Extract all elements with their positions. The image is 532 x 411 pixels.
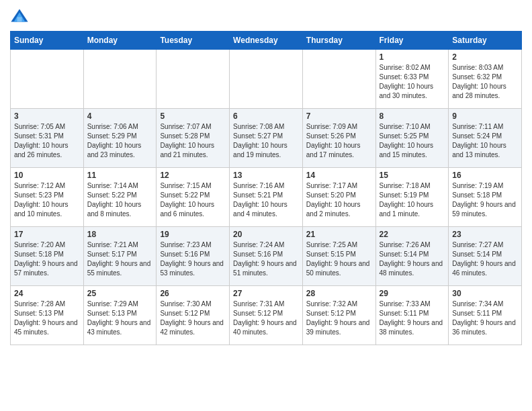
day-info: Daylight: 9 hours and 39 minutes. — [306, 318, 372, 337]
day-info: Sunset: 5:22 PM — [160, 191, 226, 200]
day-info: Sunset: 5:12 PM — [306, 309, 372, 318]
calendar-week-row: 17Sunrise: 7:20 AMSunset: 5:18 PMDayligh… — [11, 227, 522, 286]
day-info: Sunrise: 7:24 AM — [233, 240, 299, 250]
day-info: Sunrise: 7:16 AM — [233, 181, 299, 191]
calendar-week-row: 1Sunrise: 8:02 AMSunset: 6:33 PMDaylight… — [11, 50, 522, 109]
logo — [10, 7, 32, 26]
page-container: SundayMondayTuesdayWednesdayThursdayFrid… — [0, 0, 532, 352]
day-number: 12 — [160, 171, 226, 180]
calendar-cell: 16Sunrise: 7:19 AMSunset: 5:18 PMDayligh… — [449, 168, 522, 227]
day-info: Sunset: 6:33 PM — [380, 73, 445, 82]
day-info: Sunset: 5:11 PM — [452, 309, 518, 318]
day-info: Daylight: 9 hours and 38 minutes. — [380, 318, 445, 337]
day-info: Sunset: 5:13 PM — [87, 309, 153, 318]
day-info: Daylight: 10 hours and 17 minutes. — [306, 141, 372, 160]
day-info: Daylight: 9 hours and 55 minutes. — [87, 259, 153, 278]
day-info: Sunrise: 7:18 AM — [380, 181, 445, 191]
day-info: Sunrise: 7:07 AM — [160, 122, 226, 132]
day-info: Sunset: 5:13 PM — [14, 309, 80, 318]
calendar-cell: 15Sunrise: 7:18 AMSunset: 5:19 PMDayligh… — [375, 168, 449, 227]
day-number: 24 — [14, 289, 80, 298]
day-number: 4 — [87, 111, 153, 121]
day-info: Sunset: 5:31 PM — [14, 132, 80, 141]
day-info: Sunset: 5:16 PM — [160, 250, 226, 259]
day-info: Daylight: 9 hours and 45 minutes. — [14, 318, 80, 337]
day-info: Sunrise: 7:21 AM — [87, 240, 153, 250]
day-number: 22 — [380, 230, 445, 239]
day-info: Sunrise: 7:31 AM — [233, 300, 299, 309]
day-number: 7 — [306, 111, 372, 121]
page-header — [10, 7, 522, 26]
day-number: 26 — [160, 289, 226, 298]
day-info: Daylight: 10 hours and 15 minutes. — [380, 141, 445, 160]
day-number: 17 — [14, 230, 80, 239]
day-info: Sunrise: 7:15 AM — [160, 181, 226, 191]
day-info: Daylight: 10 hours and 23 minutes. — [87, 141, 153, 160]
day-number: 8 — [380, 111, 445, 121]
day-info: Sunrise: 7:12 AM — [14, 181, 80, 191]
day-info: Daylight: 9 hours and 59 minutes. — [452, 200, 518, 219]
day-number: 13 — [233, 171, 299, 180]
day-info: Sunrise: 7:10 AM — [380, 122, 445, 132]
day-number: 19 — [160, 230, 226, 239]
day-number: 18 — [87, 230, 153, 239]
day-number: 1 — [380, 52, 445, 62]
col-header-friday: Friday — [375, 32, 449, 50]
day-number: 25 — [87, 289, 153, 298]
day-info: Daylight: 9 hours and 42 minutes. — [160, 318, 226, 337]
day-info: Sunrise: 7:08 AM — [233, 122, 299, 132]
day-info: Sunset: 5:24 PM — [452, 132, 518, 141]
day-info: Daylight: 10 hours and 1 minute. — [380, 200, 445, 219]
calendar-cell — [83, 50, 157, 109]
day-info: Daylight: 9 hours and 53 minutes. — [160, 259, 226, 278]
day-info: Daylight: 9 hours and 46 minutes. — [452, 259, 518, 278]
calendar-cell: 12Sunrise: 7:15 AMSunset: 5:22 PMDayligh… — [157, 168, 230, 227]
calendar-cell: 18Sunrise: 7:21 AMSunset: 5:17 PMDayligh… — [83, 227, 157, 286]
day-info: Sunrise: 7:26 AM — [380, 240, 445, 250]
day-info: Sunset: 5:12 PM — [233, 309, 299, 318]
calendar-cell: 10Sunrise: 7:12 AMSunset: 5:23 PMDayligh… — [11, 168, 84, 227]
day-number: 30 — [452, 289, 518, 298]
day-info: Daylight: 10 hours and 10 minutes. — [14, 200, 80, 219]
col-header-tuesday: Tuesday — [157, 32, 230, 50]
calendar-week-row: 3Sunrise: 7:05 AMSunset: 5:31 PMDaylight… — [11, 109, 522, 168]
calendar-cell: 13Sunrise: 7:16 AMSunset: 5:21 PMDayligh… — [230, 168, 303, 227]
day-info: Daylight: 10 hours and 4 minutes. — [233, 200, 299, 219]
calendar-table: SundayMondayTuesdayWednesdayThursdayFrid… — [10, 31, 522, 345]
col-header-thursday: Thursday — [302, 32, 375, 50]
calendar-cell: 6Sunrise: 7:08 AMSunset: 5:27 PMDaylight… — [230, 109, 303, 168]
day-info: Sunrise: 7:09 AM — [306, 122, 372, 132]
day-info: Daylight: 9 hours and 51 minutes. — [233, 259, 299, 278]
day-info: Sunset: 5:12 PM — [160, 309, 226, 318]
day-number: 27 — [233, 289, 299, 298]
calendar-cell: 11Sunrise: 7:14 AMSunset: 5:22 PMDayligh… — [83, 168, 157, 227]
calendar-cell: 25Sunrise: 7:29 AMSunset: 5:13 PMDayligh… — [83, 286, 157, 345]
day-number: 21 — [306, 230, 372, 239]
calendar-cell: 28Sunrise: 7:32 AMSunset: 5:12 PMDayligh… — [302, 286, 375, 345]
calendar-cell: 26Sunrise: 7:30 AMSunset: 5:12 PMDayligh… — [157, 286, 230, 345]
day-info: Sunrise: 7:25 AM — [306, 240, 372, 250]
day-number: 11 — [87, 171, 153, 180]
day-info: Sunset: 5:22 PM — [87, 191, 153, 200]
calendar-cell: 14Sunrise: 7:17 AMSunset: 5:20 PMDayligh… — [302, 168, 375, 227]
day-info: Sunrise: 7:28 AM — [14, 300, 80, 309]
calendar-cell: 3Sunrise: 7:05 AMSunset: 5:31 PMDaylight… — [11, 109, 84, 168]
col-header-saturday: Saturday — [449, 32, 522, 50]
day-info: Sunset: 5:18 PM — [452, 191, 518, 200]
day-info: Sunrise: 8:02 AM — [380, 63, 445, 73]
logo-icon — [10, 7, 29, 26]
calendar-week-row: 10Sunrise: 7:12 AMSunset: 5:23 PMDayligh… — [11, 168, 522, 227]
day-number: 14 — [306, 171, 372, 180]
day-info: Sunset: 5:19 PM — [380, 191, 445, 200]
day-info: Sunset: 5:18 PM — [14, 250, 80, 259]
day-info: Daylight: 10 hours and 26 minutes. — [14, 141, 80, 160]
calendar-cell: 7Sunrise: 7:09 AMSunset: 5:26 PMDaylight… — [302, 109, 375, 168]
calendar-cell: 1Sunrise: 8:02 AMSunset: 6:33 PMDaylight… — [375, 50, 449, 109]
day-info: Sunset: 5:14 PM — [380, 250, 445, 259]
day-info: Sunset: 5:21 PM — [233, 191, 299, 200]
day-number: 6 — [233, 111, 299, 121]
day-info: Sunrise: 7:17 AM — [306, 181, 372, 191]
day-info: Daylight: 10 hours and 19 minutes. — [233, 141, 299, 160]
calendar-cell — [11, 50, 84, 109]
calendar-week-row: 24Sunrise: 7:28 AMSunset: 5:13 PMDayligh… — [11, 286, 522, 345]
